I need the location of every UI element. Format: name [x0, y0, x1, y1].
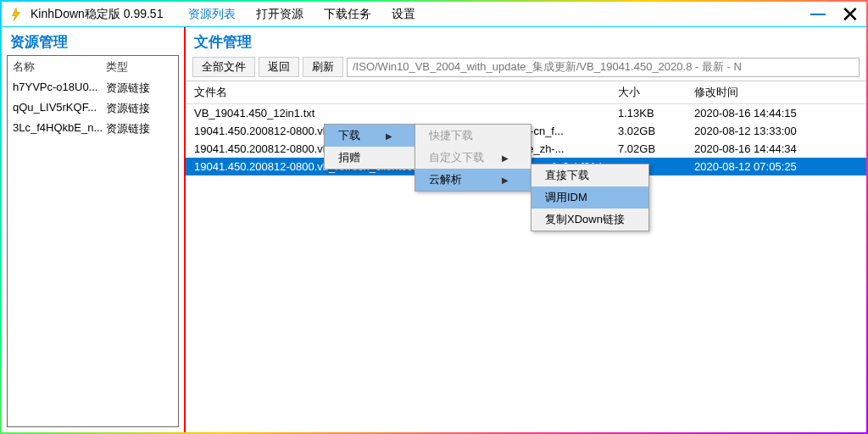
- app-window: KinhDown稳定版 0.99.51 资源列表 打开资源 下载任务 设置 ✕ …: [0, 0, 868, 434]
- path-input[interactable]: [347, 58, 860, 77]
- col-mtime[interactable]: 修改时间: [694, 85, 858, 100]
- chevron-right-icon: ▶: [502, 175, 509, 185]
- file-row[interactable]: VB_19041.450_12in1.txt1.13KB2020-08-16 1…: [186, 104, 866, 122]
- minimize-button[interactable]: [810, 14, 826, 15]
- resource-list: 名称 类型 h7YVPc-o18U0...资源链接 qQu_LIV5rKQF..…: [7, 55, 179, 427]
- resource-row[interactable]: 3Lc_f4HQkbE_n...资源链接: [8, 119, 178, 139]
- left-title: 资源管理: [2, 27, 184, 55]
- resource-rows: h7YVPc-o18U0...资源链接 qQu_LIV5rKQF...资源链接 …: [8, 78, 178, 426]
- refresh-button[interactable]: 刷新: [303, 57, 343, 77]
- col-type[interactable]: 类型: [106, 59, 128, 75]
- chevron-right-icon: ▶: [502, 153, 509, 163]
- menu-settings[interactable]: 设置: [392, 7, 415, 22]
- app-title: KinhDown稳定版 0.99.51: [31, 7, 163, 22]
- context-menu-1: 下载▶ 捐赠: [324, 124, 415, 170]
- col-name[interactable]: 名称: [13, 59, 106, 75]
- file-rows: VB_19041.450_12in1.txt1.13KB2020-08-16 1…: [186, 104, 866, 432]
- menu-resources[interactable]: 资源列表: [188, 7, 236, 22]
- context-menu-2: 快捷下载 自定义下载▶ 云解析▶: [415, 124, 531, 192]
- col-filename[interactable]: 文件名: [194, 85, 618, 100]
- resource-row[interactable]: qQu_LIV5rKQF...资源链接: [8, 98, 178, 119]
- titlebar: KinhDown稳定版 0.99.51 资源列表 打开资源 下载任务 设置 ✕: [2, 2, 866, 27]
- chevron-right-icon: ▶: [386, 131, 392, 141]
- ctx-copy-xdown[interactable]: 复制XDown链接: [531, 209, 648, 231]
- close-button[interactable]: ✕: [841, 3, 860, 25]
- app-icon: [8, 7, 24, 22]
- right-title: 文件管理: [186, 27, 866, 55]
- resource-headers: 名称 类型: [8, 56, 178, 78]
- all-files-button[interactable]: 全部文件: [192, 57, 255, 77]
- main-menu: 资源列表 打开资源 下载任务 设置: [188, 7, 810, 22]
- menu-open[interactable]: 打开资源: [256, 7, 303, 22]
- resource-row[interactable]: h7YVPc-o18U0...资源链接: [8, 78, 178, 98]
- left-pane: 资源管理 名称 类型 h7YVPc-o18U0...资源链接 qQu_LIV5r…: [2, 27, 184, 432]
- ctx-call-idm[interactable]: 调用IDM: [531, 186, 648, 209]
- ctx-custom-download: 自定义下载▶: [415, 147, 531, 169]
- ctx-cloud-parse[interactable]: 云解析▶: [415, 169, 531, 191]
- body: 资源管理 名称 类型 h7YVPc-o18U0...资源链接 qQu_LIV5r…: [2, 27, 866, 432]
- ctx-direct-download[interactable]: 直接下载: [531, 164, 648, 186]
- context-menu-3: 直接下载 调用IDM 复制XDown链接: [531, 164, 649, 231]
- menu-downloads[interactable]: 下载任务: [324, 7, 371, 22]
- file-headers: 文件名 大小 修改时间: [186, 81, 866, 104]
- toolbar: 全部文件 返回 刷新: [186, 55, 866, 81]
- ctx-donate[interactable]: 捐赠: [325, 147, 415, 169]
- ctx-download[interactable]: 下载▶: [325, 125, 415, 147]
- col-size[interactable]: 大小: [618, 85, 694, 100]
- right-pane: 文件管理 全部文件 返回 刷新 文件名 大小 修改时间 VB_19041.450…: [186, 27, 866, 432]
- ctx-quick-download: 快捷下载: [415, 125, 531, 147]
- window-controls: ✕: [810, 3, 860, 25]
- back-button[interactable]: 返回: [259, 57, 299, 77]
